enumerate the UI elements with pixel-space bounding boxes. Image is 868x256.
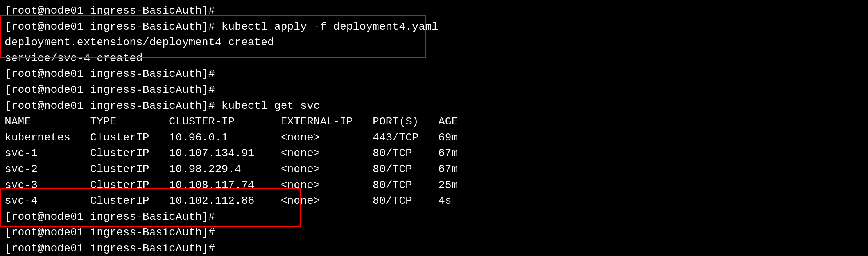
terminal-line: svc-3 ClusterIP 10.108.117.74 <none> 80/…	[5, 178, 863, 194]
terminal-line: [root@node01 ingress-BasicAuth]#	[5, 241, 863, 256]
terminal-line: svc-1 ClusterIP 10.107.134.91 <none> 80/…	[5, 146, 863, 162]
terminal-line: [root@node01 ingress-BasicAuth]#	[5, 209, 863, 225]
terminal-line: kubernetes ClusterIP 10.96.0.1 <none> 44…	[5, 130, 863, 146]
terminal-line: deployment.extensions/deployment4 create…	[5, 35, 863, 51]
terminal-line: service/svc-4 created	[5, 51, 863, 67]
terminal-line: NAME TYPE CLUSTER-IP EXTERNAL-IP PORT(S)…	[5, 114, 863, 130]
terminal-line: [root@node01 ingress-BasicAuth]#	[5, 3, 863, 19]
terminal-line: svc-2 ClusterIP 10.98.229.4 <none> 80/TC…	[5, 162, 863, 178]
terminal-line: [root@node01 ingress-BasicAuth]#	[5, 82, 863, 98]
terminal-line: svc-4 ClusterIP 10.102.112.86 <none> 80/…	[5, 193, 863, 209]
terminal-line: [root@node01 ingress-BasicAuth]# kubectl…	[5, 98, 863, 114]
terminal-output: [root@node01 ingress-BasicAuth]#[root@no…	[5, 3, 863, 256]
terminal-line: [root@node01 ingress-BasicAuth]#	[5, 66, 863, 82]
terminal-line: [root@node01 ingress-BasicAuth]# kubectl…	[5, 19, 863, 35]
terminal-line: [root@node01 ingress-BasicAuth]#	[5, 225, 863, 241]
terminal-window: [root@node01 ingress-BasicAuth]#[root@no…	[0, 0, 868, 256]
